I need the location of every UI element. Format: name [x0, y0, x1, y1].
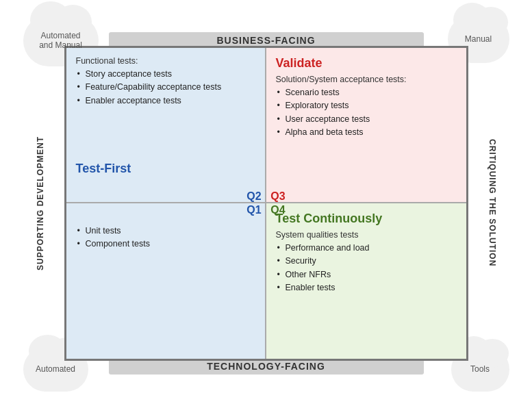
- cloud-br-label: Tools: [470, 364, 490, 374]
- list-item: Enabler acceptance tests: [76, 95, 255, 107]
- list-item: Other NFRs: [276, 269, 457, 281]
- q3-bullet-list: Scenario tests Exploratory tests User ac…: [276, 87, 457, 139]
- list-item: Unit tests: [76, 225, 255, 238]
- list-item: Security: [276, 255, 457, 268]
- list-item: Alpha and beta tests: [276, 127, 457, 139]
- quadrant-q1: Unit tests Component tests: [66, 203, 266, 359]
- right-label: CRITIQUING THE SOLUTION: [485, 46, 499, 361]
- quadrants-grid: Functional tests: Story acceptance tests…: [66, 48, 466, 359]
- q2-subtitle: Functional tests:: [76, 56, 255, 66]
- cloud-tl-label: Automated and Manual: [39, 31, 82, 50]
- q1-bullet-list: Unit tests Component tests: [76, 225, 255, 251]
- main-quadrant-box: Functional tests: Story acceptance tests…: [64, 46, 468, 361]
- list-item: Performance and load: [276, 242, 457, 255]
- list-item: Story acceptance tests: [76, 68, 255, 81]
- q4-bullet-list: Performance and load Security Other NFRs…: [276, 242, 457, 294]
- q3-title: Validate: [276, 56, 457, 71]
- list-item: Enabler tests: [276, 282, 457, 294]
- cloud-bl-label: Automated: [36, 364, 75, 374]
- q2-bullet-list: Story acceptance tests Feature/Capabilit…: [76, 68, 255, 107]
- q4-title: Test Continuously: [276, 212, 457, 226]
- cloud-tr-label: Manual: [465, 34, 492, 44]
- q4-subtitle: System qualities tests: [276, 230, 457, 240]
- q3-subtitle: Solution/System acceptance tests:: [276, 75, 457, 84]
- list-item: User acceptance tests: [276, 114, 457, 126]
- quadrant-q3: Validate Solution/System acceptance test…: [266, 48, 466, 203]
- list-item: Exploratory tests: [276, 100, 457, 112]
- left-label: SUPPORTING DEVELOPMENT: [34, 46, 47, 361]
- list-item: Scenario tests: [276, 87, 457, 99]
- quadrant-q2: Functional tests: Story acceptance tests…: [66, 48, 266, 203]
- list-item: Component tests: [76, 238, 255, 251]
- list-item: Feature/Capability acceptance tests: [76, 81, 255, 94]
- test-first-label: Test-First: [76, 162, 131, 176]
- diagram-wrapper: Automated and Manual Manual Automated To…: [20, 12, 513, 395]
- quadrant-q4: Test Continuously System qualities tests…: [266, 203, 466, 359]
